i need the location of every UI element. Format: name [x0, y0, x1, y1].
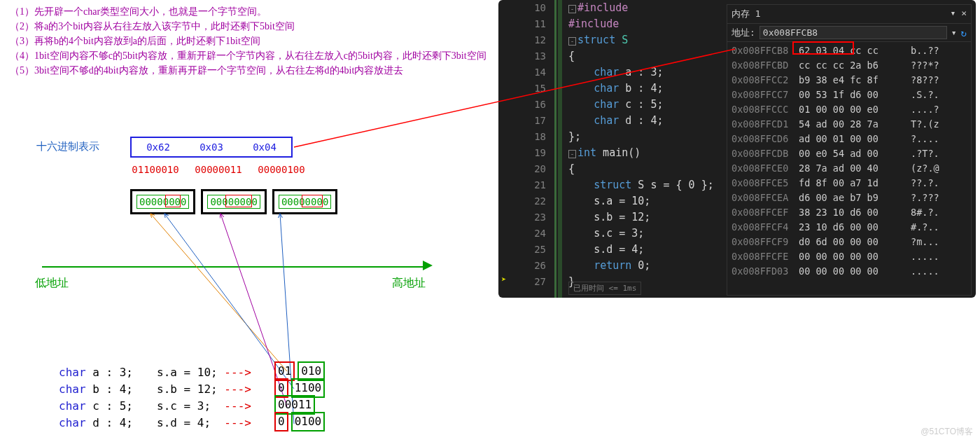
- assignments: s.a = 10; ---> s.b = 12; ---> s.c = 3; -…: [157, 364, 251, 431]
- status-bar: 已用时间 <= 1ms: [568, 282, 641, 295]
- svg-line-0: [150, 214, 287, 371]
- low-address-label: 低地址: [35, 276, 69, 291]
- svg-line-4: [294, 49, 735, 147]
- red-connector: [0, 0, 980, 210]
- address-arrow: [42, 266, 427, 268]
- watermark: @51CTO博客: [920, 426, 973, 438]
- bit-results: 01010 01100 00011 00100: [274, 363, 325, 430]
- high-address-label: 高地址: [392, 276, 426, 291]
- breakpoint-arrow-icon: ➤: [501, 275, 506, 284]
- declarations: char a : 3; char b : 4; char c : 5; char…: [59, 364, 133, 431]
- arrow-head-icon: [423, 261, 433, 270]
